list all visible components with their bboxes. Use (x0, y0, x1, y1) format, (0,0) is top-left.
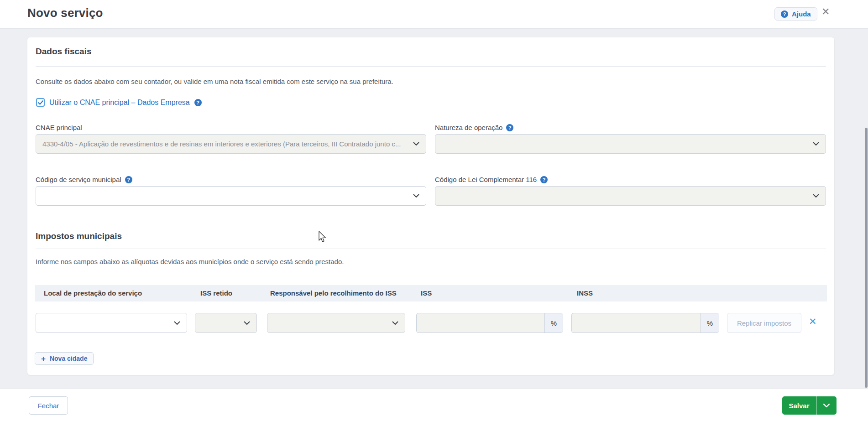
codigo-servico-municipal-label: Código de serviço municipal ? (36, 176, 132, 183)
fechar-button[interactable]: Fechar (29, 396, 68, 415)
checkbox-checked-icon (36, 98, 45, 107)
codigo-lc116-label: Código de Lei Complementar 116 ? (435, 176, 548, 183)
chevron-down-icon (813, 194, 819, 198)
close-icon[interactable]: ✕ (821, 7, 830, 17)
help-icon: ? (781, 10, 788, 18)
modal-footer: Fechar Salvar (0, 389, 868, 421)
chevron-down-icon (174, 321, 180, 325)
help-icon[interactable]: ? (125, 176, 132, 183)
form-card: Dados fiscais Consulte os dados abaixo c… (27, 37, 834, 375)
chevron-down-icon (823, 403, 830, 408)
page-title: Novo serviço (27, 6, 103, 20)
natureza-operacao-select[interactable] (435, 134, 826, 154)
responsavel-recolhimento-select[interactable] (267, 313, 405, 333)
dados-fiscais-description: Consulte os dados abaixo com seu contado… (36, 78, 393, 85)
chevron-down-icon (413, 142, 419, 146)
column-header-iss-retido: ISS retido (200, 289, 232, 297)
codigo-lc116-select[interactable] (435, 186, 826, 206)
natureza-operacao-label: Natureza de operação ? (435, 124, 513, 131)
cnae-principal-label: CNAE principal (36, 124, 82, 131)
use-cnae-checkbox-label: Utilizar o CNAE principal – Dados Empres… (49, 99, 190, 107)
replicar-impostos-button[interactable]: Replicar impostos (727, 313, 801, 333)
help-icon[interactable]: ? (540, 176, 548, 183)
iss-input-group: % (416, 313, 563, 333)
iss-retido-select[interactable] (195, 313, 257, 333)
inss-percent-suffix: % (701, 313, 719, 333)
salvar-dropdown-button[interactable] (816, 396, 837, 415)
vertical-scrollbar[interactable] (865, 128, 868, 388)
inss-input[interactable] (572, 313, 701, 333)
column-header-local: Local de prestação do serviço (44, 289, 142, 297)
section-title-dados-fiscais: Dados fiscais (36, 47, 92, 57)
help-button[interactable]: ? Ajuda (774, 7, 817, 21)
column-header-inss: INSS (577, 289, 593, 297)
plus-icon: + (41, 355, 46, 363)
remove-row-icon[interactable]: ✕ (809, 317, 817, 326)
chevron-down-icon (413, 194, 419, 198)
salvar-split-button: Salvar (782, 396, 837, 415)
cnae-principal-value: 4330-4/05 - Aplicação de revestimentos e… (42, 140, 408, 148)
local-prestacao-select[interactable] (36, 313, 187, 333)
use-cnae-checkbox[interactable]: Utilizar o CNAE principal – Dados Empres… (36, 98, 202, 107)
chevron-down-icon (392, 321, 398, 325)
impostos-table-header: Local de prestação do serviço ISS retido… (35, 285, 827, 301)
column-header-iss: ISS (421, 289, 432, 297)
help-button-label: Ajuda (792, 10, 811, 18)
help-icon[interactable]: ? (194, 99, 202, 106)
modal-header: Novo serviço ? Ajuda ✕ (0, 0, 868, 29)
help-icon[interactable]: ? (506, 124, 513, 131)
chevron-down-icon (244, 321, 250, 325)
section-title-impostos-municipais: Impostos municipais (36, 231, 122, 241)
iss-percent-suffix: % (544, 313, 563, 333)
inss-input-group: % (571, 313, 719, 333)
impostos-description: Informe nos campos abaixo as alíquotas d… (36, 258, 344, 265)
cnae-principal-select[interactable]: 4330-4/05 - Aplicação de revestimentos e… (36, 134, 426, 154)
divider (36, 66, 826, 67)
column-header-responsavel: Responsável pelo recolhimento do ISS (270, 289, 397, 297)
nova-cidade-button[interactable]: + Nova cidade (35, 352, 94, 365)
iss-input[interactable] (417, 313, 544, 333)
chevron-down-icon (813, 142, 819, 146)
divider (36, 249, 826, 249)
codigo-servico-municipal-select[interactable] (36, 186, 426, 206)
nova-cidade-label: Nova cidade (50, 355, 87, 362)
salvar-button[interactable]: Salvar (782, 396, 816, 415)
